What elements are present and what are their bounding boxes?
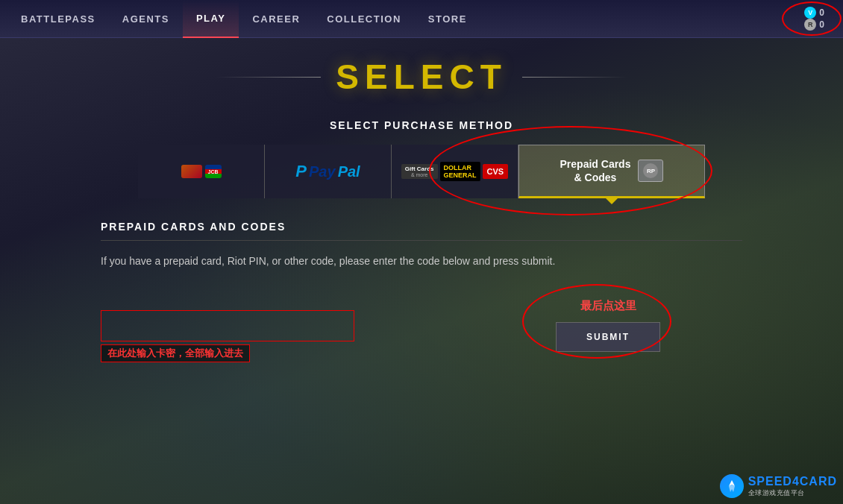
payment-option-prepaid[interactable]: Prepaid Cards& Codes RP	[518, 145, 705, 198]
watermark-text-container: SPEED4CARD 全球游戏充值平台	[748, 475, 837, 498]
purchase-method-label: SELECT PURCHASE METHOD	[330, 119, 513, 131]
prepaid-option-wrapper: Prepaid Cards& Codes RP	[518, 145, 705, 198]
main-content: SELECT SELECT PURCHASE METHOD JCB P PayP…	[0, 38, 843, 352]
code-input[interactable]	[101, 310, 354, 341]
vp-amount: 0	[819, 7, 824, 18]
paypal-ay: Pay	[309, 163, 336, 180]
sidebar-item-battlepass[interactable]: BATTLEPASS	[7, 0, 109, 38]
rp-icon: R	[804, 19, 816, 31]
watermark-icon	[720, 474, 744, 498]
gift-more-text: & more	[411, 172, 428, 177]
rp-amount: 0	[819, 19, 824, 30]
content-section: PREPAID CARDS AND CODES If you have a pr…	[86, 221, 757, 352]
page-wrapper: BATTLEPASS AGENTS PLAY CAREER COLLECTION…	[0, 0, 843, 504]
watermark: SPEED4CARD 全球游戏充值平台	[720, 474, 837, 498]
vp-icon: V	[804, 7, 816, 19]
section-title: PREPAID CARDS AND CODES	[101, 221, 742, 241]
gift-cards-text: Gift Cards & more	[401, 164, 438, 179]
submit-button[interactable]: SUBMIT	[556, 322, 660, 352]
submit-wrapper: 最后点这里 SUBMIT	[556, 299, 660, 352]
sidebar-item-career[interactable]: CAREER	[239, 0, 313, 38]
rp-currency: R 0	[804, 19, 824, 31]
jcb-text: JCB	[207, 169, 218, 174]
paypal-pal: Pal	[338, 163, 360, 180]
svg-marker-1	[729, 485, 735, 492]
submit-area: 最后点这里 SUBMIT	[556, 299, 660, 352]
paypal-p: P	[295, 162, 307, 181]
section-description: If you have a prepaid card, Riot PIN, or…	[101, 253, 742, 269]
card-logos: JCB	[181, 165, 222, 178]
gift-top-text: Gift Cards	[405, 166, 434, 172]
payment-option-card[interactable]: JCB	[138, 145, 265, 198]
selected-chevron	[606, 198, 618, 204]
sidebar-item-store[interactable]: STORE	[415, 0, 480, 38]
page-title: SELECT	[336, 57, 507, 97]
jcb-logo: JCB	[205, 165, 222, 178]
rocket-icon	[724, 479, 739, 494]
sidebar-item-play[interactable]: PLAY	[183, 0, 239, 38]
sidebar-item-collection[interactable]: COLLECTION	[313, 0, 415, 38]
payment-methods-container: JCB P PayPal Gift Cards & more DO	[138, 145, 705, 198]
dollar-general-logo: DOLLARGENERAL	[440, 162, 480, 181]
input-row: 在此处输入卡密，全部输入进去 最后点这里 SUBMIT	[101, 299, 742, 352]
watermark-name: SPEED4CARD	[748, 475, 837, 488]
payment-option-giftcard[interactable]: Gift Cards & more DOLLARGENERAL CVS	[392, 145, 518, 198]
paypal-logo: P PayPal	[295, 162, 360, 181]
payment-option-paypal[interactable]: P PayPal	[265, 145, 392, 198]
navigation: BATTLEPASS AGENTS PLAY CAREER COLLECTION…	[0, 0, 843, 38]
prepaid-text: Prepaid Cards& Codes	[560, 157, 631, 184]
watermark-sub: 全球游戏充值平台	[748, 488, 837, 498]
rp-coin: RP	[643, 163, 658, 178]
submit-annotation: 最后点这里	[580, 299, 636, 313]
gift-card-logos: Gift Cards & more DOLLARGENERAL CVS	[401, 162, 508, 181]
input-wrapper: 在此处输入卡密，全部输入进去	[101, 310, 354, 341]
input-annotation: 在此处输入卡密，全部输入进去	[101, 344, 250, 362]
vp-currency: V 0	[804, 7, 824, 19]
nav-currencies: V 0 R 0	[804, 7, 836, 31]
discover-logo	[181, 165, 202, 178]
rp-badge: RP	[638, 160, 663, 182]
cvs-logo: CVS	[483, 164, 509, 179]
nav-items: BATTLEPASS AGENTS PLAY CAREER COLLECTION…	[0, 0, 843, 38]
sidebar-item-agents[interactable]: AGENTS	[109, 0, 183, 38]
